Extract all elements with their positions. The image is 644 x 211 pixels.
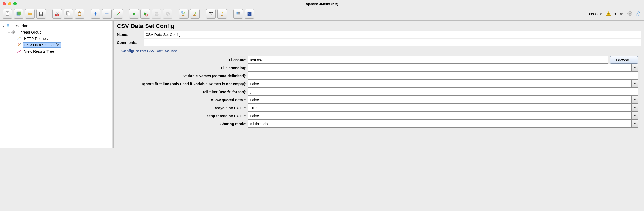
delimiter-label: Delimiter (use '\t' for tab): bbox=[120, 88, 248, 96]
open-button[interactable] bbox=[25, 9, 35, 19]
config-panel: CSV Data Set Config Name: Comments: Conf… bbox=[114, 21, 644, 148]
window-title: Apache JMeter (5.5) bbox=[306, 2, 339, 6]
comments-input[interactable] bbox=[144, 39, 641, 46]
tree-toggle-icon[interactable]: ▾ bbox=[7, 31, 11, 34]
svg-text:STOP: STOP bbox=[154, 13, 159, 15]
panel-title: CSV Data Set Config bbox=[117, 23, 641, 30]
ignorefirst-select[interactable]: False bbox=[248, 80, 631, 88]
fieldset-legend: Configure the CSV Data Source bbox=[120, 49, 179, 53]
toggle-button[interactable] bbox=[113, 9, 123, 19]
csv-fieldset: Configure the CSV Data Source Filename: … bbox=[117, 49, 641, 132]
clear-all-button[interactable] bbox=[190, 9, 200, 19]
csv-config-icon bbox=[17, 42, 22, 48]
sharing-select[interactable]: All threads bbox=[248, 120, 631, 128]
encoding-label: File encoding: bbox=[120, 64, 248, 72]
svg-rect-12 bbox=[78, 13, 80, 15]
svg-rect-26 bbox=[237, 13, 238, 14]
tree-node-results[interactable]: View Results Tree bbox=[1, 48, 111, 55]
ignorefirst-label: Ignore first line (only used if Variable… bbox=[120, 80, 248, 88]
svg-rect-19 bbox=[183, 12, 185, 14]
tree-toggle-icon[interactable]: ▾ bbox=[2, 25, 5, 27]
stop-button: STOP bbox=[152, 9, 161, 19]
encoding-input[interactable] bbox=[248, 64, 631, 72]
search-button[interactable] bbox=[206, 9, 216, 19]
start-no-timers-button[interactable] bbox=[140, 9, 150, 19]
clear-button[interactable] bbox=[179, 9, 189, 19]
quoted-dropdown-button[interactable] bbox=[631, 96, 638, 104]
collapse-button[interactable] bbox=[102, 9, 112, 19]
tree-label: HTTP Request bbox=[23, 36, 50, 41]
varnames-label: Variable Names (comma-delimited): bbox=[120, 72, 248, 80]
tree-label: View Results Tree bbox=[23, 49, 55, 54]
svg-text:?: ? bbox=[248, 12, 250, 16]
sharing-label: Sharing mode: bbox=[120, 120, 248, 128]
svg-rect-21 bbox=[195, 12, 197, 14]
testplan-icon bbox=[5, 23, 11, 29]
delimiter-input[interactable] bbox=[248, 88, 638, 96]
traffic-lights bbox=[3, 2, 17, 5]
svg-rect-9 bbox=[68, 13, 70, 16]
tree-node-http[interactable]: HTTP Request bbox=[1, 35, 111, 42]
maximize-icon[interactable] bbox=[13, 2, 17, 5]
test-plan-tree[interactable]: ▾ Test Plan ▾ Thread Group HTTP Request … bbox=[0, 21, 112, 148]
threadgroup-icon bbox=[11, 30, 16, 35]
paste-button[interactable] bbox=[75, 9, 84, 19]
stop-select[interactable]: False bbox=[248, 112, 631, 120]
warning-icon[interactable]: ! bbox=[606, 11, 611, 17]
svg-point-13 bbox=[116, 15, 117, 16]
comments-label: Comments: bbox=[117, 40, 144, 45]
new-button[interactable] bbox=[3, 9, 12, 19]
stop-dropdown-button[interactable] bbox=[631, 112, 638, 120]
name-input[interactable] bbox=[144, 31, 641, 38]
varnames-input[interactable] bbox=[248, 72, 638, 80]
tree-node-testplan[interactable]: ▾ Test Plan bbox=[1, 23, 111, 29]
recycle-label: Recycle on EOF ?: bbox=[120, 104, 248, 112]
svg-rect-25 bbox=[237, 12, 238, 13]
svg-rect-4 bbox=[40, 12, 42, 14]
quoted-select[interactable]: False bbox=[248, 96, 631, 104]
tree-node-threadgroup[interactable]: ▾ Thread Group bbox=[1, 29, 111, 35]
svg-rect-24 bbox=[222, 12, 223, 14]
browse-button[interactable]: Browse... bbox=[610, 56, 638, 64]
svg-rect-2 bbox=[17, 12, 21, 15]
expand-button[interactable] bbox=[91, 9, 100, 19]
start-button[interactable] bbox=[129, 9, 139, 19]
svg-point-34 bbox=[13, 32, 14, 33]
warning-count: 0 bbox=[614, 12, 616, 16]
svg-rect-5 bbox=[40, 14, 42, 15]
svg-text:!: ! bbox=[608, 13, 609, 15]
elapsed-time: 00:00:01 bbox=[587, 12, 603, 16]
encoding-dropdown-button[interactable] bbox=[631, 64, 638, 72]
ignorefirst-dropdown-button[interactable] bbox=[631, 80, 638, 88]
svg-point-14 bbox=[119, 12, 120, 13]
filename-label: Filename: bbox=[120, 56, 248, 64]
recycle-select[interactable]: True bbox=[248, 104, 631, 112]
jmeter-logo-icon bbox=[635, 11, 641, 17]
shutdown-button bbox=[163, 9, 172, 19]
svg-rect-0 bbox=[6, 12, 9, 16]
results-tree-icon bbox=[17, 49, 22, 54]
tree-label: Thread Group bbox=[17, 30, 42, 35]
svg-point-23 bbox=[211, 12, 213, 14]
filename-input[interactable] bbox=[248, 56, 608, 64]
recycle-dropdown-button[interactable] bbox=[631, 104, 638, 112]
window-titlebar: Apache JMeter (5.5) bbox=[0, 0, 644, 7]
close-icon[interactable] bbox=[3, 2, 6, 5]
save-button[interactable] bbox=[36, 9, 46, 19]
sharing-dropdown-button[interactable] bbox=[631, 120, 638, 128]
function-helper-button[interactable] bbox=[233, 9, 243, 19]
http-sampler-icon bbox=[17, 36, 22, 41]
tree-node-csv[interactable]: CSV Data Set Config bbox=[1, 42, 111, 48]
cut-button[interactable] bbox=[52, 9, 62, 19]
copy-button[interactable] bbox=[64, 9, 73, 19]
svg-rect-11 bbox=[79, 11, 80, 13]
tree-label: Test Plan bbox=[12, 23, 29, 28]
templates-button[interactable] bbox=[14, 9, 23, 19]
help-button[interactable]: ? bbox=[245, 9, 254, 19]
name-label: Name: bbox=[117, 33, 144, 37]
thread-count: 0/1 bbox=[619, 12, 624, 16]
svg-point-22 bbox=[209, 12, 211, 14]
reset-search-button[interactable] bbox=[217, 9, 227, 19]
minimize-icon[interactable] bbox=[8, 2, 11, 5]
tree-label: CSV Data Set Config bbox=[23, 42, 61, 48]
